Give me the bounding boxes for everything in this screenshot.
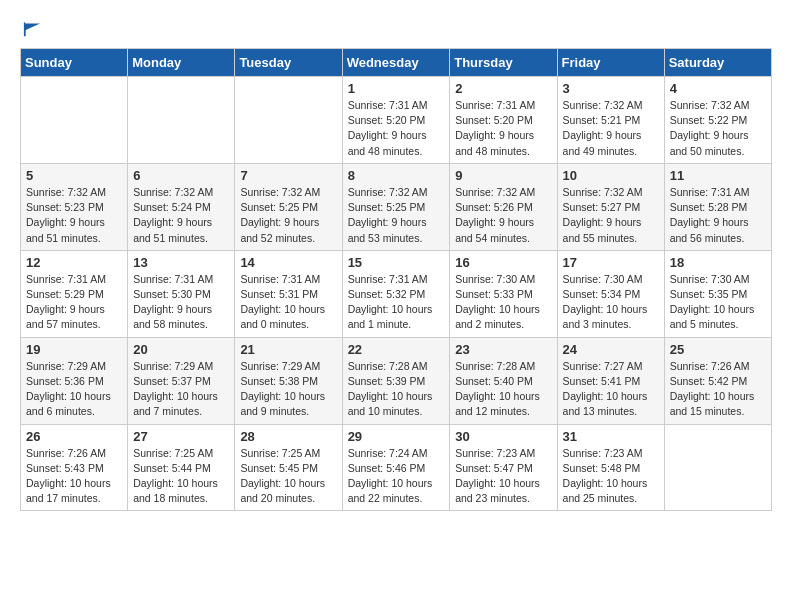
day-info-18: Sunrise: 7:30 AM Sunset: 5:35 PM Dayligh… [670, 272, 766, 333]
week-row-4: 19Sunrise: 7:29 AM Sunset: 5:36 PM Dayli… [21, 337, 772, 424]
empty-cell [235, 77, 342, 164]
day-cell-27: 27Sunrise: 7:25 AM Sunset: 5:44 PM Dayli… [128, 424, 235, 511]
day-cell-28: 28Sunrise: 7:25 AM Sunset: 5:45 PM Dayli… [235, 424, 342, 511]
day-info-17: Sunrise: 7:30 AM Sunset: 5:34 PM Dayligh… [563, 272, 659, 333]
day-number-3: 3 [563, 81, 659, 96]
day-number-10: 10 [563, 168, 659, 183]
day-info-15: Sunrise: 7:31 AM Sunset: 5:32 PM Dayligh… [348, 272, 445, 333]
day-number-11: 11 [670, 168, 766, 183]
day-cell-24: 24Sunrise: 7:27 AM Sunset: 5:41 PM Dayli… [557, 337, 664, 424]
empty-cell [664, 424, 771, 511]
day-number-4: 4 [670, 81, 766, 96]
day-number-29: 29 [348, 429, 445, 444]
day-info-12: Sunrise: 7:31 AM Sunset: 5:29 PM Dayligh… [26, 272, 122, 333]
day-info-13: Sunrise: 7:31 AM Sunset: 5:30 PM Dayligh… [133, 272, 229, 333]
day-number-12: 12 [26, 255, 122, 270]
empty-cell [21, 77, 128, 164]
day-number-24: 24 [563, 342, 659, 357]
weekday-header-tuesday: Tuesday [235, 49, 342, 77]
day-info-22: Sunrise: 7:28 AM Sunset: 5:39 PM Dayligh… [348, 359, 445, 420]
day-info-20: Sunrise: 7:29 AM Sunset: 5:37 PM Dayligh… [133, 359, 229, 420]
day-number-19: 19 [26, 342, 122, 357]
day-info-11: Sunrise: 7:31 AM Sunset: 5:28 PM Dayligh… [670, 185, 766, 246]
day-info-5: Sunrise: 7:32 AM Sunset: 5:23 PM Dayligh… [26, 185, 122, 246]
day-cell-13: 13Sunrise: 7:31 AM Sunset: 5:30 PM Dayli… [128, 250, 235, 337]
day-info-4: Sunrise: 7:32 AM Sunset: 5:22 PM Dayligh… [670, 98, 766, 159]
weekday-header-wednesday: Wednesday [342, 49, 450, 77]
day-cell-23: 23Sunrise: 7:28 AM Sunset: 5:40 PM Dayli… [450, 337, 557, 424]
day-info-14: Sunrise: 7:31 AM Sunset: 5:31 PM Dayligh… [240, 272, 336, 333]
day-cell-7: 7Sunrise: 7:32 AM Sunset: 5:25 PM Daylig… [235, 163, 342, 250]
day-number-25: 25 [670, 342, 766, 357]
day-number-16: 16 [455, 255, 551, 270]
week-row-5: 26Sunrise: 7:26 AM Sunset: 5:43 PM Dayli… [21, 424, 772, 511]
day-info-10: Sunrise: 7:32 AM Sunset: 5:27 PM Dayligh… [563, 185, 659, 246]
day-info-21: Sunrise: 7:29 AM Sunset: 5:38 PM Dayligh… [240, 359, 336, 420]
day-number-27: 27 [133, 429, 229, 444]
header [20, 20, 772, 38]
day-cell-25: 25Sunrise: 7:26 AM Sunset: 5:42 PM Dayli… [664, 337, 771, 424]
day-number-20: 20 [133, 342, 229, 357]
weekday-header-monday: Monday [128, 49, 235, 77]
day-number-1: 1 [348, 81, 445, 96]
day-cell-29: 29Sunrise: 7:24 AM Sunset: 5:46 PM Dayli… [342, 424, 450, 511]
day-cell-30: 30Sunrise: 7:23 AM Sunset: 5:47 PM Dayli… [450, 424, 557, 511]
day-cell-31: 31Sunrise: 7:23 AM Sunset: 5:48 PM Dayli… [557, 424, 664, 511]
day-number-14: 14 [240, 255, 336, 270]
day-info-7: Sunrise: 7:32 AM Sunset: 5:25 PM Dayligh… [240, 185, 336, 246]
day-number-9: 9 [455, 168, 551, 183]
day-cell-10: 10Sunrise: 7:32 AM Sunset: 5:27 PM Dayli… [557, 163, 664, 250]
day-cell-3: 3Sunrise: 7:32 AM Sunset: 5:21 PM Daylig… [557, 77, 664, 164]
week-row-2: 5Sunrise: 7:32 AM Sunset: 5:23 PM Daylig… [21, 163, 772, 250]
day-number-8: 8 [348, 168, 445, 183]
day-info-24: Sunrise: 7:27 AM Sunset: 5:41 PM Dayligh… [563, 359, 659, 420]
day-info-23: Sunrise: 7:28 AM Sunset: 5:40 PM Dayligh… [455, 359, 551, 420]
day-cell-8: 8Sunrise: 7:32 AM Sunset: 5:25 PM Daylig… [342, 163, 450, 250]
day-info-25: Sunrise: 7:26 AM Sunset: 5:42 PM Dayligh… [670, 359, 766, 420]
day-number-31: 31 [563, 429, 659, 444]
weekday-header-friday: Friday [557, 49, 664, 77]
day-cell-17: 17Sunrise: 7:30 AM Sunset: 5:34 PM Dayli… [557, 250, 664, 337]
day-cell-26: 26Sunrise: 7:26 AM Sunset: 5:43 PM Dayli… [21, 424, 128, 511]
day-number-22: 22 [348, 342, 445, 357]
weekday-header-saturday: Saturday [664, 49, 771, 77]
day-info-2: Sunrise: 7:31 AM Sunset: 5:20 PM Dayligh… [455, 98, 551, 159]
weekday-header-sunday: Sunday [21, 49, 128, 77]
day-cell-1: 1Sunrise: 7:31 AM Sunset: 5:20 PM Daylig… [342, 77, 450, 164]
day-number-23: 23 [455, 342, 551, 357]
day-cell-6: 6Sunrise: 7:32 AM Sunset: 5:24 PM Daylig… [128, 163, 235, 250]
day-info-16: Sunrise: 7:30 AM Sunset: 5:33 PM Dayligh… [455, 272, 551, 333]
day-number-2: 2 [455, 81, 551, 96]
day-cell-19: 19Sunrise: 7:29 AM Sunset: 5:36 PM Dayli… [21, 337, 128, 424]
week-row-1: 1Sunrise: 7:31 AM Sunset: 5:20 PM Daylig… [21, 77, 772, 164]
day-info-8: Sunrise: 7:32 AM Sunset: 5:25 PM Dayligh… [348, 185, 445, 246]
day-cell-14: 14Sunrise: 7:31 AM Sunset: 5:31 PM Dayli… [235, 250, 342, 337]
day-cell-20: 20Sunrise: 7:29 AM Sunset: 5:37 PM Dayli… [128, 337, 235, 424]
day-cell-18: 18Sunrise: 7:30 AM Sunset: 5:35 PM Dayli… [664, 250, 771, 337]
day-number-28: 28 [240, 429, 336, 444]
day-number-17: 17 [563, 255, 659, 270]
day-cell-4: 4Sunrise: 7:32 AM Sunset: 5:22 PM Daylig… [664, 77, 771, 164]
day-cell-12: 12Sunrise: 7:31 AM Sunset: 5:29 PM Dayli… [21, 250, 128, 337]
day-cell-15: 15Sunrise: 7:31 AM Sunset: 5:32 PM Dayli… [342, 250, 450, 337]
day-number-5: 5 [26, 168, 122, 183]
day-info-26: Sunrise: 7:26 AM Sunset: 5:43 PM Dayligh… [26, 446, 122, 507]
empty-cell [128, 77, 235, 164]
day-info-9: Sunrise: 7:32 AM Sunset: 5:26 PM Dayligh… [455, 185, 551, 246]
day-number-7: 7 [240, 168, 336, 183]
day-info-1: Sunrise: 7:31 AM Sunset: 5:20 PM Dayligh… [348, 98, 445, 159]
weekday-header-row: SundayMondayTuesdayWednesdayThursdayFrid… [21, 49, 772, 77]
day-number-21: 21 [240, 342, 336, 357]
page: SundayMondayTuesdayWednesdayThursdayFrid… [0, 0, 792, 521]
day-info-27: Sunrise: 7:25 AM Sunset: 5:44 PM Dayligh… [133, 446, 229, 507]
day-cell-11: 11Sunrise: 7:31 AM Sunset: 5:28 PM Dayli… [664, 163, 771, 250]
day-cell-22: 22Sunrise: 7:28 AM Sunset: 5:39 PM Dayli… [342, 337, 450, 424]
day-info-3: Sunrise: 7:32 AM Sunset: 5:21 PM Dayligh… [563, 98, 659, 159]
day-cell-16: 16Sunrise: 7:30 AM Sunset: 5:33 PM Dayli… [450, 250, 557, 337]
day-number-6: 6 [133, 168, 229, 183]
calendar: SundayMondayTuesdayWednesdayThursdayFrid… [20, 48, 772, 511]
day-number-15: 15 [348, 255, 445, 270]
weekday-header-thursday: Thursday [450, 49, 557, 77]
logo [20, 20, 42, 38]
day-cell-2: 2Sunrise: 7:31 AM Sunset: 5:20 PM Daylig… [450, 77, 557, 164]
